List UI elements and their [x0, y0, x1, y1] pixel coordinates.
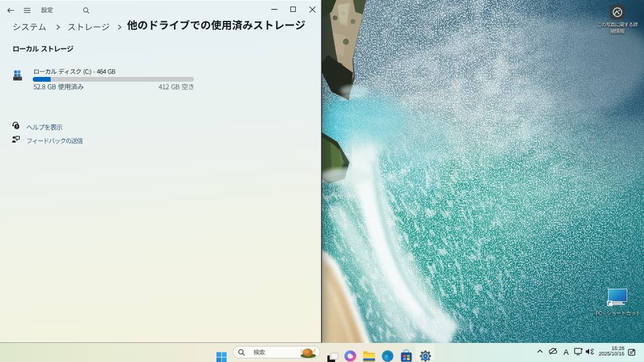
svg-text:?: ? — [16, 125, 18, 129]
